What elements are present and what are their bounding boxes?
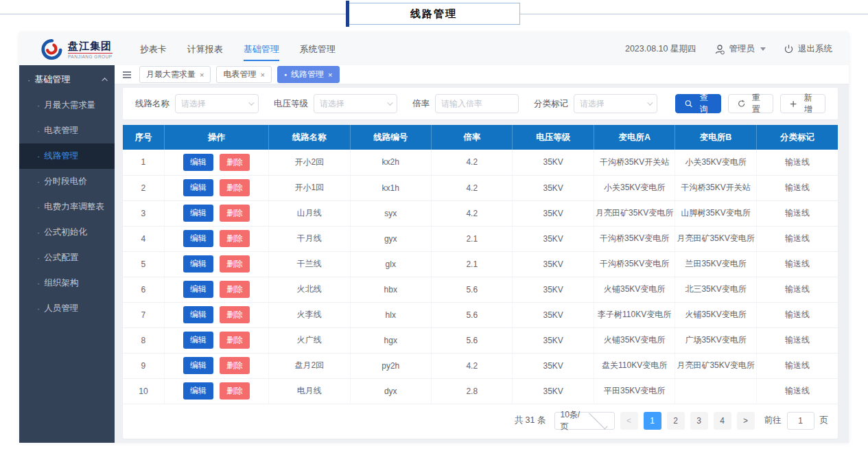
add-button[interactable]: 新增 [780, 94, 825, 113]
filter-select-0[interactable]: 请选择 [175, 94, 259, 113]
select-placeholder: 请选择 [320, 98, 387, 110]
edit-button[interactable]: 编辑 [183, 382, 213, 400]
filter-group-1: 电压等级请选择 [274, 94, 397, 113]
cell-code: hgx [350, 327, 431, 353]
filter-buttons: 查询 重置 [675, 94, 825, 113]
logout-button[interactable]: 退出系统 [784, 43, 832, 55]
sidebar-item-label: 公式配置 [44, 252, 78, 264]
cell-actions: 编辑删除 [164, 327, 268, 353]
sidebar-item-5[interactable]: ·公式初始化 [19, 220, 115, 245]
header-date: 2023.08.10 星期四 [625, 43, 696, 55]
select-placeholder: 请选择 [181, 98, 248, 110]
cell-index: 2 [123, 175, 164, 200]
cell-station_b: 月亮田矿35KV变电所 [675, 226, 756, 251]
bullet-icon: · [37, 279, 40, 288]
cell-actions: 编辑删除 [164, 353, 268, 378]
close-tab-icon[interactable]: × [200, 71, 204, 79]
delete-button[interactable]: 删除 [220, 332, 250, 349]
filter-label: 分类标记 [534, 98, 568, 110]
sidebar-item-0[interactable]: ·月最大需求量 [19, 93, 115, 118]
edit-button[interactable]: 编辑 [183, 357, 213, 374]
app-window: 盘江集团 PANJIANG GROUP 抄表卡计算报表基础管理系统管理 2023… [19, 33, 849, 443]
cell-name: 干兰线 [269, 251, 350, 277]
cell-tag: 输送线 [756, 200, 838, 226]
close-tab-icon[interactable]: × [260, 71, 264, 79]
nav-item-0[interactable]: 抄表卡 [140, 33, 167, 65]
page-size-value: 10条/页 [561, 409, 583, 432]
column-header-2: 线路名称 [269, 125, 350, 150]
tab-0[interactable]: 月最大需求量× [139, 66, 211, 83]
filter-select-1[interactable]: 请选择 [314, 94, 397, 113]
sidebar-item-8[interactable]: ·人员管理 [19, 296, 115, 321]
delete-button[interactable]: 删除 [220, 179, 250, 196]
tab-bar: 月最大需求量×电表管理×●线路管理× [115, 65, 849, 84]
cell-ratio: 4.2 [431, 353, 512, 378]
nav-item-3[interactable]: 系统管理 [300, 33, 336, 65]
delete-button[interactable]: 删除 [220, 154, 250, 171]
page-button-1[interactable]: 1 [644, 412, 661, 430]
tab-list-menu-icon[interactable] [120, 69, 134, 81]
close-tab-icon[interactable]: × [328, 71, 332, 79]
cell-tag: 输送线 [756, 302, 838, 327]
nav-item-2[interactable]: 基础管理 [244, 33, 279, 65]
delete-button[interactable]: 删除 [220, 357, 250, 374]
cell-tag: 输送线 [756, 378, 838, 404]
tab-2[interactable]: ●线路管理× [277, 66, 340, 83]
filter-select-3[interactable]: 请选择 [574, 94, 657, 113]
cell-tag: 输送线 [756, 226, 838, 251]
tab-label: 电表管理 [223, 69, 256, 80]
search-button[interactable]: 查询 [675, 94, 721, 113]
cell-index: 3 [123, 200, 164, 226]
filter-input-wrap [435, 94, 519, 113]
delete-button[interactable]: 删除 [220, 306, 250, 323]
edit-button[interactable]: 编辑 [183, 154, 213, 171]
total-count: 共 31 条 [515, 415, 546, 426]
plus-icon [790, 100, 797, 108]
edit-button[interactable]: 编辑 [183, 332, 213, 349]
prev-page-button[interactable]: < [620, 412, 638, 430]
edit-button[interactable]: 编辑 [183, 306, 213, 323]
cell-ratio: 5.6 [431, 327, 512, 353]
delete-button[interactable]: 删除 [220, 382, 250, 400]
delete-button[interactable]: 删除 [220, 205, 250, 222]
edit-button[interactable]: 编辑 [183, 179, 213, 196]
lines-table: 序号操作线路名称线路编号倍率电压等级变电所A变电所B分类标记 1编辑删除开小2回… [123, 125, 838, 404]
cell-ratio: 5.6 [431, 302, 512, 327]
tab-1[interactable]: 电表管理× [216, 66, 271, 83]
page-size-select[interactable]: 10条/页 [554, 412, 615, 430]
filter-input-2[interactable] [441, 99, 513, 108]
search-icon [685, 100, 692, 108]
edit-button[interactable]: 编辑 [183, 281, 213, 298]
sidebar-item-7[interactable]: ·组织架构 [19, 270, 115, 296]
page-button-4[interactable]: 4 [714, 412, 731, 430]
bullet-icon: · [37, 203, 40, 212]
sidebar-item-1[interactable]: ·电表管理 [19, 118, 115, 143]
edit-button[interactable]: 编辑 [183, 255, 213, 273]
sidebar-item-4[interactable]: ·电费力率调整表 [19, 194, 115, 220]
cell-actions: 编辑删除 [164, 226, 268, 251]
edit-button[interactable]: 编辑 [183, 230, 213, 247]
next-page-button[interactable]: > [737, 412, 755, 430]
sidebar-item-2[interactable]: ·线路管理 [19, 143, 115, 169]
goto-suffix: 页 [820, 415, 829, 426]
nav-item-1[interactable]: 计算报表 [187, 33, 223, 65]
goto-label: 前往 [764, 415, 782, 426]
sidebar: · 基础管理 ·月最大需求量·电表管理·线路管理·分时段电价·电费力率调整表·公… [19, 65, 115, 443]
cell-actions: 编辑删除 [164, 251, 268, 277]
edit-button[interactable]: 编辑 [183, 205, 213, 222]
delete-button[interactable]: 删除 [220, 281, 250, 298]
sidebar-item-6[interactable]: ·公式配置 [19, 245, 115, 270]
overlay-title-box: 线路管理 [347, 3, 520, 25]
lines-table-card: 序号操作线路名称线路编号倍率电压等级变电所A变电所B分类标记 1编辑删除开小2回… [123, 125, 838, 439]
goto-page-input[interactable] [787, 412, 814, 430]
page-button-3[interactable]: 3 [690, 412, 708, 430]
sidebar-group-basic-mgmt[interactable]: · 基础管理 [19, 67, 115, 93]
page-button-2[interactable]: 2 [667, 412, 685, 430]
delete-button[interactable]: 删除 [220, 255, 250, 273]
sidebar-item-3[interactable]: ·分时段电价 [19, 169, 115, 194]
active-dot-icon: ● [284, 72, 287, 77]
cell-station_a: 干沟桥35KV变电所 [594, 251, 675, 277]
reset-button[interactable]: 重置 [728, 94, 774, 113]
user-menu[interactable]: 管理员 [714, 43, 766, 55]
delete-button[interactable]: 删除 [220, 230, 250, 247]
